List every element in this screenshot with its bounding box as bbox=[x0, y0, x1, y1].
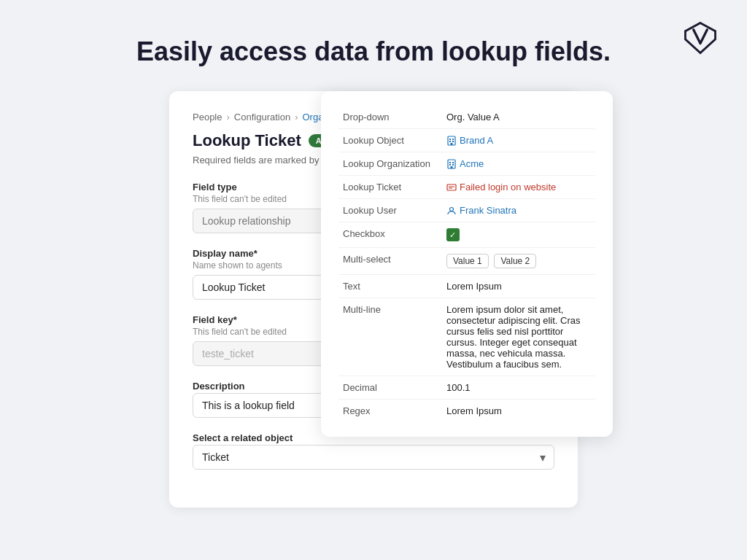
row-label: Checkbox bbox=[338, 222, 442, 248]
info-card: Drop-down Org. Value A Lookup Object bbox=[321, 91, 613, 437]
table-row: Regex Lorem Ipsum bbox=[338, 400, 595, 423]
row-label: Multi-line bbox=[338, 298, 442, 376]
tag-value2: Value 2 bbox=[494, 254, 536, 268]
svg-rect-10 bbox=[452, 164, 454, 166]
building-icon bbox=[446, 136, 457, 146]
breadcrumb-configuration[interactable]: Configuration bbox=[234, 112, 290, 122]
table-row: Lookup Object Brand A bbox=[338, 129, 595, 152]
row-label: Lookup User bbox=[338, 199, 442, 222]
hero-title: Easily access data from lookup fields. bbox=[0, 35, 747, 68]
form-title: Lookup Ticket bbox=[193, 131, 301, 150]
svg-point-15 bbox=[449, 207, 453, 211]
svg-rect-7 bbox=[449, 162, 451, 163]
lookup-org-link[interactable]: Acme bbox=[446, 158, 591, 169]
lookup-object-link[interactable]: Brand A bbox=[446, 135, 591, 146]
hero-section: Easily access data from lookup fields. bbox=[0, 0, 747, 91]
tag-value1: Value 1 bbox=[446, 254, 489, 268]
svg-rect-11 bbox=[450, 166, 452, 168]
ticket-icon bbox=[446, 182, 457, 192]
row-label: Lookup Organization bbox=[338, 152, 442, 176]
row-label: Decimal bbox=[338, 376, 442, 400]
table-row: Lookup Organization Acme bbox=[338, 152, 595, 176]
table-row: Lookup User Frank Sinatra bbox=[338, 199, 595, 222]
svg-rect-9 bbox=[449, 164, 451, 166]
table-row: Text Lorem Ipsum bbox=[338, 275, 595, 298]
checkbox-checked: ✓ bbox=[446, 228, 460, 241]
table-row: Decimal 100.1 bbox=[338, 376, 595, 400]
svg-rect-4 bbox=[452, 141, 454, 142]
row-label: Regex bbox=[338, 400, 442, 423]
row-value: Failed login on website bbox=[442, 176, 595, 199]
info-table: Drop-down Org. Value A Lookup Object bbox=[338, 106, 595, 422]
breadcrumb-people[interactable]: People bbox=[193, 112, 222, 122]
logo bbox=[680, 18, 721, 58]
row-value: ✓ bbox=[442, 222, 595, 248]
related-object-select-wrapper: Ticket bbox=[193, 445, 554, 470]
row-label: Multi-select bbox=[338, 248, 442, 275]
svg-rect-1 bbox=[449, 139, 451, 140]
building-icon bbox=[446, 159, 457, 169]
row-value: Value 1 Value 2 bbox=[442, 248, 595, 275]
svg-rect-2 bbox=[452, 139, 454, 140]
svg-rect-3 bbox=[449, 141, 451, 142]
row-value: Lorem Ipsum bbox=[442, 275, 595, 298]
row-label: Lookup Object bbox=[338, 129, 442, 152]
row-label: Text bbox=[338, 275, 442, 298]
related-object-select[interactable]: Ticket bbox=[193, 445, 554, 470]
table-row: Checkbox ✓ bbox=[338, 222, 595, 248]
breadcrumb-sep-2: › bbox=[295, 112, 298, 122]
lookup-user-link[interactable]: Frank Sinatra bbox=[446, 205, 591, 216]
svg-rect-12 bbox=[447, 184, 456, 190]
row-value: Lorem ipsum dolor sit amet, consectetur … bbox=[442, 298, 595, 376]
row-label: Lookup Ticket bbox=[338, 176, 442, 199]
row-value: Org. Value A bbox=[442, 106, 595, 129]
row-value: Acme bbox=[442, 152, 595, 176]
row-label: Drop-down bbox=[338, 106, 442, 129]
svg-rect-5 bbox=[450, 143, 452, 145]
table-row: Multi-select Value 1 Value 2 bbox=[338, 248, 595, 275]
content-area: People › Configuration › Organization fi… bbox=[0, 91, 747, 508]
row-value: 100.1 bbox=[442, 376, 595, 400]
table-row: Multi-line Lorem ipsum dolor sit amet, c… bbox=[338, 298, 595, 376]
svg-rect-8 bbox=[452, 162, 454, 163]
row-value: Frank Sinatra bbox=[442, 199, 595, 222]
table-row: Drop-down Org. Value A bbox=[338, 106, 595, 129]
row-value: Lorem Ipsum bbox=[442, 400, 595, 423]
lookup-ticket-link[interactable]: Failed login on website bbox=[446, 182, 591, 192]
user-icon bbox=[446, 206, 457, 216]
table-row: Lookup Ticket Failed login on website bbox=[338, 176, 595, 199]
breadcrumb-sep-1: › bbox=[226, 112, 229, 122]
related-object-section: Select a related object Ticket bbox=[193, 432, 554, 470]
row-value: Brand A bbox=[442, 129, 595, 152]
